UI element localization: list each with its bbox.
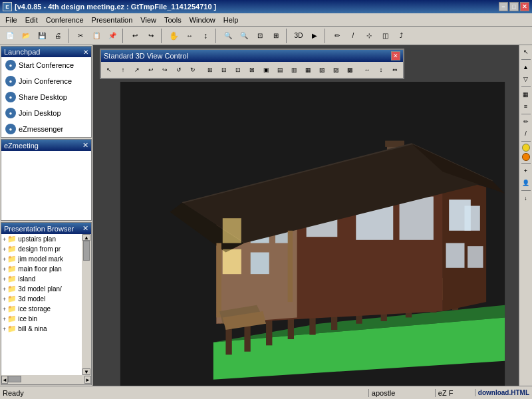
- scrollbar-thumb[interactable]: [83, 241, 90, 261]
- vc-btn-17[interactable]: ▨: [329, 63, 342, 76]
- rt-sep-5: [521, 163, 531, 164]
- pres-item[interactable]: +📁bill & nina: [1, 324, 82, 334]
- toolbar-share[interactable]: ⤴: [394, 29, 408, 43]
- pres-item[interactable]: +📁jim model mark: [1, 254, 82, 264]
- toolbar-select[interactable]: ⊹: [362, 29, 376, 43]
- toolbar-3d[interactable]: 3D: [291, 29, 306, 43]
- toolbar-zoom-in[interactable]: 🔍: [221, 29, 235, 43]
- pres-item[interactable]: +📁3d model: [1, 294, 82, 304]
- toolbar-pan[interactable]: ↔: [182, 29, 197, 43]
- toolbar-cut[interactable]: ✂: [73, 29, 88, 43]
- ezmessenger-button[interactable]: ● eZmessenger: [1, 121, 91, 137]
- ezmeeting-close-button[interactable]: ✕: [82, 141, 88, 150]
- join-conference-button[interactable]: ● Join Conference: [1, 73, 91, 89]
- rt-triangle-down[interactable]: ▽: [521, 74, 531, 84]
- hscroll-right-button[interactable]: ►: [84, 376, 91, 384]
- pres-item[interactable]: +📁island: [1, 274, 82, 284]
- pres-scrollbar[interactable]: ▲ ▼: [82, 234, 91, 375]
- rt-person[interactable]: 👤: [521, 178, 531, 188]
- toolbar-eraser[interactable]: ◫: [378, 29, 392, 43]
- toolbar-save[interactable]: 💾: [35, 29, 49, 43]
- launchpad-close-button[interactable]: ✕: [83, 49, 88, 56]
- toolbar-zoom-out[interactable]: 🔍: [237, 29, 251, 43]
- toolbar-open[interactable]: 📂: [19, 29, 33, 43]
- menu-edit[interactable]: Edit: [21, 15, 42, 25]
- close-button[interactable]: ✕: [520, 2, 529, 11]
- menu-presentation[interactable]: Presentation: [88, 15, 137, 25]
- pres-item[interactable]: +📁ice bin: [1, 314, 82, 324]
- vc-btn-19[interactable]: ↔: [360, 63, 374, 76]
- toolbar-paste[interactable]: 📌: [105, 29, 120, 43]
- rt-add[interactable]: +: [521, 166, 531, 176]
- rt-sep-6: [521, 190, 531, 191]
- toolbar-undo[interactable]: ↩: [128, 29, 142, 43]
- menu-view[interactable]: View: [136, 15, 160, 25]
- vc-btn-6[interactable]: ↺: [172, 63, 186, 76]
- vc-btn-18[interactable]: ▩: [343, 63, 356, 76]
- vc-btn-4[interactable]: ↩: [144, 63, 158, 76]
- pres-item-plus: +: [3, 266, 6, 273]
- pres-item-plus: +: [3, 276, 6, 283]
- vc-btn-1[interactable]: ↖: [102, 63, 116, 76]
- vc-btn-3[interactable]: ↗: [130, 63, 144, 76]
- toolbar-new[interactable]: 📄: [3, 29, 17, 43]
- pres-item[interactable]: +📁upstairs plan: [1, 234, 82, 244]
- view-control-close-button[interactable]: ✕: [391, 51, 400, 61]
- toolbar-zoom-window[interactable]: ⊞: [269, 29, 283, 43]
- menu-help[interactable]: Help: [219, 15, 243, 25]
- pres-item[interactable]: +📁main floor plan: [1, 264, 82, 274]
- rt-down-arrow[interactable]: ↓: [521, 193, 531, 203]
- rt-cursor[interactable]: ↖: [521, 47, 531, 57]
- hscroll-thumb[interactable]: [8, 376, 21, 382]
- rt-triangle-up[interactable]: ▲: [521, 62, 531, 72]
- vc-btn-15[interactable]: ▦: [301, 63, 315, 76]
- toolbar-redo[interactable]: ↪: [144, 29, 158, 43]
- menu-tools[interactable]: Tools: [160, 15, 186, 25]
- scrollbar-down-button[interactable]: ▼: [82, 368, 90, 375]
- vc-btn-13[interactable]: ▤: [273, 63, 287, 76]
- vc-btn-11[interactable]: ⊠: [245, 63, 259, 76]
- hscroll-left-button[interactable]: ◄: [1, 376, 8, 384]
- pres-item[interactable]: +📁design from pr: [1, 244, 82, 254]
- toolbar-line[interactable]: /: [346, 29, 360, 43]
- toolbar-pencil[interactable]: ✏: [330, 29, 344, 43]
- scrollbar-up-button[interactable]: ▲: [82, 234, 90, 241]
- rt-circle-yellow[interactable]: [522, 144, 530, 152]
- toolbar-copy[interactable]: 📋: [89, 29, 104, 43]
- toolbar-zoom-fit[interactable]: ⊡: [253, 29, 267, 43]
- pres-item-plus: +: [3, 236, 6, 243]
- pres-item[interactable]: +📁3d model plan/: [1, 284, 82, 294]
- toolbar-hand[interactable]: ✋: [166, 29, 181, 43]
- rt-circle-orange[interactable]: [522, 153, 530, 161]
- rt-list[interactable]: ≡: [521, 101, 531, 112]
- start-conference-button[interactable]: ● Start Conference: [1, 57, 91, 73]
- rt-pencil[interactable]: ✏: [521, 116, 531, 127]
- pres-item[interactable]: +📁ice storage: [1, 304, 82, 314]
- scrollbar-track: [82, 241, 90, 368]
- share-desktop-button[interactable]: ● Share Desktop: [1, 89, 91, 105]
- vc-btn-5[interactable]: ↪: [158, 63, 172, 76]
- menu-conference[interactable]: Conference: [42, 15, 88, 25]
- vc-btn-16[interactable]: ▧: [315, 63, 329, 76]
- vc-btn-12[interactable]: ▣: [259, 63, 273, 76]
- toolbar-render[interactable]: ▶: [307, 29, 322, 43]
- rt-line[interactable]: /: [521, 128, 531, 139]
- vc-btn-7[interactable]: ↻: [186, 63, 200, 76]
- toolbar-zoom[interactable]: ↕: [198, 29, 213, 43]
- vc-btn-8[interactable]: ⊞: [203, 63, 217, 76]
- rt-grid[interactable]: ▦: [521, 89, 531, 100]
- vc-btn-14[interactable]: ▥: [287, 63, 301, 76]
- vc-btn-10[interactable]: ⊡: [231, 63, 245, 76]
- vc-btn-21[interactable]: ⇔: [388, 63, 402, 76]
- menu-file[interactable]: File: [1, 15, 21, 25]
- join-desktop-button[interactable]: ● Join Desktop: [1, 105, 91, 121]
- toolbar-print[interactable]: 🖨: [51, 29, 65, 43]
- vc-btn-9[interactable]: ⊟: [217, 63, 231, 76]
- maximize-button[interactable]: □: [509, 2, 519, 11]
- vc-btn-2[interactable]: ↑: [116, 63, 130, 76]
- rt-sep-3: [521, 114, 531, 114]
- menu-window[interactable]: Window: [186, 15, 219, 25]
- pres-browser-close-button[interactable]: ✕: [82, 224, 88, 233]
- vc-btn-20[interactable]: ↕: [374, 63, 388, 76]
- minimize-button[interactable]: −: [499, 2, 508, 11]
